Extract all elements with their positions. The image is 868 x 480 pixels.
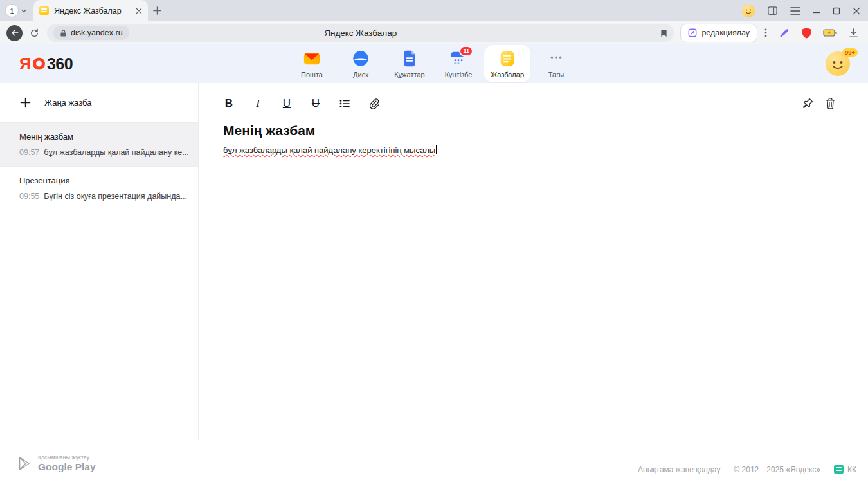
underline-button[interactable]: U [281, 98, 293, 109]
note-time: 09:55 [19, 192, 39, 201]
service-label: Тағы [548, 71, 564, 78]
profile-avatar[interactable] [742, 5, 755, 17]
service-label: Пошта [301, 71, 323, 78]
help-link[interactable]: Анықтама және қолдау [638, 465, 720, 474]
text-cursor [436, 145, 437, 154]
note-preview: бұл жазбаларды қалай пайдалану ке... [44, 148, 188, 157]
battery-icon[interactable] [823, 29, 837, 37]
google-play-brand: Google Play [38, 461, 96, 473]
service-label: Күнтізбе [445, 71, 473, 78]
note-body-text: бұл жазбаларды қалай пайдалану керектігі… [223, 145, 435, 155]
disk-icon [352, 50, 370, 68]
service-label: Жазбалар [491, 71, 524, 78]
language-code: КК [847, 465, 856, 474]
note-preview: Бүгін сіз оқуға презентация дайында... [44, 192, 187, 201]
delete-note-icon[interactable] [825, 97, 836, 109]
service-disk[interactable]: Диск [338, 45, 384, 82]
note-editor-body[interactable]: бұл жазбаларды қалай пайдалану керектігі… [223, 145, 868, 155]
service-calendar[interactable]: 11 Күнтізбе [435, 45, 482, 82]
service-label: Құжаттар [394, 71, 424, 78]
browser-window: 1 Яндекс Жазбалар [0, 0, 868, 480]
attachment-paperclip-icon[interactable] [368, 98, 379, 109]
note-editor: B I U U Менің жа [199, 83, 868, 454]
maximize-window-icon[interactable] [833, 7, 840, 15]
lock-icon [60, 29, 67, 37]
notes-sidebar: Жаңа жазба Менің жазбам 09:57 бұл жазбал… [0, 83, 199, 440]
browser-tab[interactable]: Яндекс Жазбалар [33, 0, 148, 21]
url-text: disk.yandex.ru [71, 28, 123, 37]
browser-toolbar: Яндекс Жазбалар disk.yandex.ru редакциял… [0, 21, 868, 44]
documents-icon [401, 50, 419, 68]
tab-close-icon[interactable] [136, 8, 142, 14]
service-label: Диск [353, 71, 368, 78]
user-avatar[interactable]: 99+ [826, 51, 850, 76]
tab-group-count: 1 [5, 4, 19, 17]
copyright-text: © 2012—2025 «Яндекс» [734, 465, 820, 474]
edit-button-label: редакциялау [701, 28, 750, 37]
note-editor-title[interactable]: Менің жазбам [223, 123, 868, 138]
google-play-caption: Қосымшаны жүктеу [38, 454, 96, 461]
note-time: 09:57 [19, 148, 39, 157]
notes-icon [498, 50, 516, 68]
note-list-item[interactable]: Менің жазбам 09:57 бұл жазбаларды қалай … [0, 123, 198, 167]
logo-ya-letter: Я [19, 55, 31, 73]
more-dots-icon [547, 50, 565, 68]
protect-shield-icon[interactable] [801, 27, 812, 39]
reload-button[interactable] [25, 25, 43, 41]
bullet-list-icon[interactable] [339, 98, 350, 109]
service-notes[interactable]: Жазбалар [484, 45, 530, 82]
back-button[interactable] [6, 25, 23, 41]
calendar-badge: 11 [459, 46, 473, 57]
yandex-360-logo[interactable]: Я 360 [19, 55, 73, 73]
services-nav: Пошта Диск Құжаттар 11 Күнтізбе [289, 45, 579, 82]
close-window-icon[interactable] [853, 7, 860, 15]
service-docs[interactable]: Құжаттар [386, 45, 433, 82]
address-bar[interactable]: Яндекс Жазбалар disk.yandex.ru [47, 24, 674, 42]
italic-button[interactable]: I [252, 98, 264, 109]
logo-360-text: 360 [47, 55, 73, 73]
notification-badge: 99+ [842, 48, 858, 57]
edit-mode-button[interactable]: редакциялау [680, 24, 757, 42]
downloads-icon[interactable] [848, 28, 859, 39]
tab-group-button[interactable]: 1 [5, 4, 27, 17]
bold-button[interactable]: B [223, 98, 235, 109]
note-title: Менің жазбам [19, 132, 188, 142]
page-footer: Анықтама және қолдау © 2012—2025 «Яндекс… [638, 465, 856, 474]
service-more[interactable]: Тағы [533, 45, 579, 82]
tab-title: Яндекс Жазбалар [54, 6, 131, 15]
omnibox-more-icon[interactable] [760, 28, 772, 37]
new-tab-button[interactable] [153, 6, 161, 15]
plus-icon [20, 97, 31, 108]
mail-icon [303, 50, 321, 68]
main-content: Жаңа жазба Менің жазбам 09:57 бұл жазбал… [0, 83, 868, 480]
notes-favicon-icon [39, 6, 49, 15]
logo-ring-icon [33, 58, 45, 70]
domain-chip[interactable]: disk.yandex.ru [53, 26, 129, 40]
new-note-label: Жаңа жазба [44, 98, 91, 107]
format-toolbar: B I U U [199, 83, 868, 109]
google-play-download[interactable]: Қосымшаны жүктеу Google Play [17, 454, 96, 473]
minimize-window-icon[interactable] [813, 7, 820, 15]
new-note-button[interactable]: Жаңа жазба [0, 83, 198, 123]
note-list-item[interactable]: Презентация 09:55 Бүгін сіз оқуға презен… [0, 167, 198, 210]
browser-tab-bar: 1 Яндекс Жазбалар [0, 0, 868, 21]
google-play-icon [17, 456, 32, 472]
language-icon [834, 465, 844, 474]
service-mail[interactable]: Пошта [289, 45, 335, 82]
language-switcher[interactable]: КК [834, 465, 856, 474]
pen-editor-icon[interactable] [778, 27, 790, 39]
chevron-down-icon [21, 8, 27, 14]
strikethrough-button[interactable]: U [310, 98, 321, 109]
bookmark-flag-icon[interactable] [660, 29, 667, 37]
omnibox-page-title: Яндекс Жазбалар [47, 28, 674, 38]
edit-icon [688, 28, 697, 37]
note-title: Презентация [19, 176, 188, 185]
side-panel-icon[interactable] [767, 5, 778, 16]
pin-note-icon[interactable] [802, 97, 814, 109]
app-header: Я 360 Пошта Диск Құжаттар [0, 44, 868, 83]
menu-icon[interactable] [790, 6, 800, 15]
